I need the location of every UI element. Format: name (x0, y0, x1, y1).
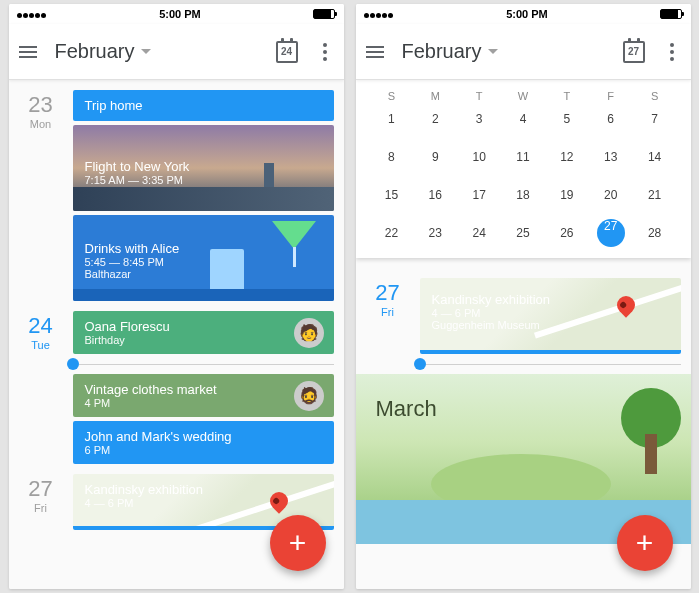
weekday-label: T (545, 90, 589, 102)
day-cell[interactable]: 17 (457, 184, 501, 206)
avatar: 🧔 (294, 381, 324, 411)
status-bar: 5:00 PM (9, 4, 344, 24)
more-icon[interactable] (663, 43, 681, 61)
menu-icon[interactable] (19, 46, 37, 58)
day-cell[interactable]: 5 (545, 108, 589, 130)
event-card[interactable]: Flight to New York7:15 AM — 3:35 PMLos A… (73, 125, 334, 211)
date-label: 27Fri (9, 474, 73, 530)
phone-agenda: 5:00 PM February 24 23MonTrip homeFlight… (9, 4, 344, 589)
event-card[interactable]: Drinks with Alice5:45 — 8:45 PMBalthazar (73, 215, 334, 301)
day-cell[interactable]: 4 (501, 108, 545, 130)
event-card[interactable]: John and Mark's wedding6 PM (73, 421, 334, 464)
day-cell[interactable]: 25 (501, 222, 545, 244)
more-icon[interactable] (316, 43, 334, 61)
day-cell[interactable]: 19 (545, 184, 589, 206)
agenda-day: 27 Fri Kandinsky exhibition 4 — 6 PM Gug… (356, 268, 691, 354)
add-event-fab[interactable]: + (270, 515, 326, 571)
day-cell[interactable]: 1 (370, 108, 414, 130)
month-selector[interactable]: February (55, 40, 151, 63)
weekday-label: S (370, 90, 414, 102)
signal-dots-icon (17, 8, 47, 20)
day-cell[interactable]: 2 (413, 108, 457, 130)
month-label: February (402, 40, 482, 63)
event-card[interactable]: Vintage clothes market4 PM🧔 (73, 374, 334, 417)
day-cell[interactable]: 28 (633, 222, 677, 244)
day-cell[interactable]: 24 (457, 222, 501, 244)
menu-icon[interactable] (366, 46, 384, 58)
agenda-day: 24TueOana FlorescuBirthday🧑 (9, 301, 344, 354)
today-button[interactable]: 27 (623, 41, 645, 63)
day-cell[interactable]: 18 (501, 184, 545, 206)
agenda-scroll[interactable]: 23MonTrip homeFlight to New York7:15 AM … (9, 80, 344, 589)
day-cell[interactable]: 7 (633, 108, 677, 130)
month-label: February (55, 40, 135, 63)
avatar: 🧑 (294, 318, 324, 348)
day-cell[interactable]: 13 (589, 146, 633, 168)
event-card[interactable]: Trip home (73, 90, 334, 121)
status-time: 5:00 PM (506, 8, 548, 20)
event-card[interactable]: Kandinsky exhibition 4 — 6 PM Guggenheim… (420, 278, 681, 354)
weekday-label: F (589, 90, 633, 102)
agenda-day: 23MonTrip homeFlight to New York7:15 AM … (9, 80, 344, 301)
weekday-label: T (457, 90, 501, 102)
day-cell[interactable]: 11 (501, 146, 545, 168)
month-selector[interactable]: February (402, 40, 498, 63)
today-button[interactable]: 24 (276, 41, 298, 63)
battery-icon (660, 9, 682, 19)
day-cell[interactable]: 6 (589, 108, 633, 130)
date-label: 24Tue (9, 311, 73, 354)
event-card[interactable]: Oana FlorescuBirthday🧑 (73, 311, 334, 354)
day-cell[interactable]: 23 (413, 222, 457, 244)
now-indicator (420, 357, 691, 371)
add-event-fab[interactable]: + (617, 515, 673, 571)
chevron-down-icon (141, 49, 151, 54)
day-cell[interactable]: 22 (370, 222, 414, 244)
app-bar: February 27 (356, 24, 691, 80)
weekday-label: M (413, 90, 457, 102)
day-cell[interactable]: 20 (589, 184, 633, 206)
weekday-label: S (633, 90, 677, 102)
day-cell[interactable]: 10 (457, 146, 501, 168)
day-cell[interactable]: 9 (413, 146, 457, 168)
weekday-label: W (501, 90, 545, 102)
day-cell[interactable]: 27 (589, 222, 633, 244)
day-cell[interactable]: 15 (370, 184, 414, 206)
phone-month: 5:00 PM February 27 SMTWTFS 123456789101… (356, 4, 691, 589)
date-label: 27 Fri (356, 278, 420, 354)
signal-dots-icon (364, 8, 394, 20)
app-bar: February 24 (9, 24, 344, 80)
day-cell[interactable]: 8 (370, 146, 414, 168)
battery-icon (313, 9, 335, 19)
day-cell[interactable]: 12 (545, 146, 589, 168)
status-time: 5:00 PM (159, 8, 201, 20)
month-grid-card: SMTWTFS 12345678910111213141516171819202… (356, 80, 691, 258)
status-bar: 5:00 PM (356, 4, 691, 24)
now-indicator (73, 357, 344, 371)
day-cell[interactable]: 26 (545, 222, 589, 244)
day-cell[interactable]: 21 (633, 184, 677, 206)
day-cell[interactable]: 16 (413, 184, 457, 206)
chevron-down-icon (488, 49, 498, 54)
date-label: 23Mon (9, 90, 73, 301)
day-cell[interactable]: 3 (457, 108, 501, 130)
day-cell[interactable]: 14 (633, 146, 677, 168)
month-scroll[interactable]: SMTWTFS 12345678910111213141516171819202… (356, 80, 691, 589)
